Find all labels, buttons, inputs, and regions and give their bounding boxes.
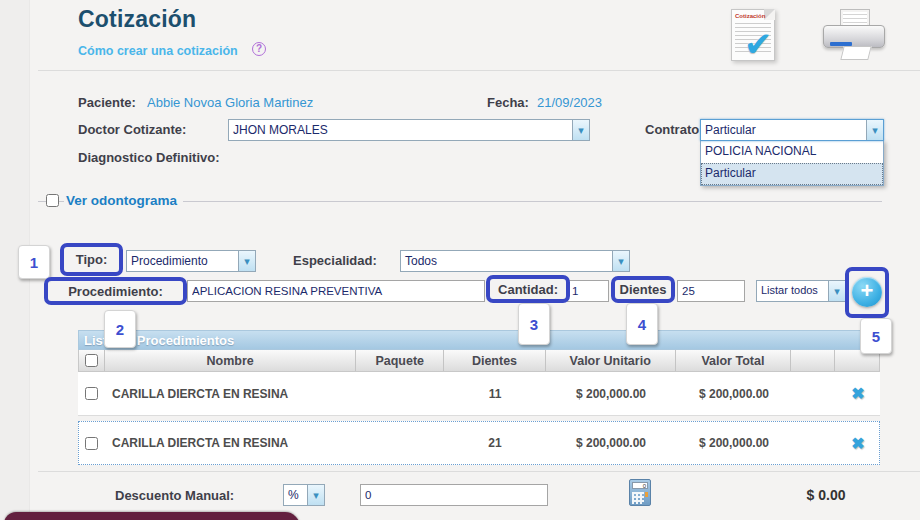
ver-odontograma-label: Ver odontograma bbox=[64, 193, 183, 210]
especialidad-select-value: Todos bbox=[401, 251, 612, 271]
table-header-row: Nombre Paquete Dientes Valor Unitario Va… bbox=[78, 350, 880, 372]
ver-odontograma-checkbox[interactable] bbox=[46, 194, 59, 207]
table-row: CARILLA DIERCTA EN RESINA 21 $ 200,000.0… bbox=[78, 421, 880, 465]
delete-row-icon[interactable]: ✖ bbox=[851, 384, 864, 403]
chevron-down-icon: ▾ bbox=[612, 251, 629, 271]
callout-1: 1 bbox=[18, 245, 50, 279]
footer-divider bbox=[38, 471, 920, 472]
contrato-dropdown-panel: POLICIA NACIONAL Particular bbox=[700, 140, 884, 186]
table-row: CARILLA DIERCTA EN RESINA 11 $ 200,000.0… bbox=[78, 372, 880, 415]
page-fold-corner bbox=[764, 9, 775, 20]
select-all-checkbox[interactable] bbox=[85, 354, 98, 367]
save-quote-button[interactable]: Cotización ✔ bbox=[724, 8, 782, 64]
row-valor-total: $ 200,000.00 bbox=[676, 421, 792, 465]
row-checkbox[interactable] bbox=[85, 387, 98, 400]
descuento-manual-label: Descuento Manual: bbox=[115, 488, 234, 503]
col-action-1 bbox=[791, 350, 835, 371]
row-nombre: CARILLA DIERCTA EN RESINA bbox=[104, 421, 356, 465]
help-icon[interactable]: ? bbox=[252, 42, 266, 56]
col-dientes: Dientes bbox=[444, 350, 546, 371]
chevron-down-icon: ▾ bbox=[866, 120, 883, 140]
listar-todos-value: Listar todos bbox=[757, 281, 828, 301]
procedures-table: Lista de Procedimientos Nombre Paquete D… bbox=[78, 330, 880, 465]
col-valor-total: Valor Total bbox=[676, 350, 792, 371]
dientes-input[interactable] bbox=[677, 280, 745, 302]
col-nombre: Nombre bbox=[105, 350, 356, 371]
fecha-value: 21/09/2023 bbox=[537, 95, 602, 110]
row-checkbox[interactable] bbox=[85, 437, 98, 450]
row-valor-unitario: $ 200,000.00 bbox=[546, 372, 676, 415]
row-dientes: 21 bbox=[444, 421, 546, 465]
calculator-screen: 0 bbox=[632, 482, 648, 489]
row-valor-total: $ 200,000.00 bbox=[676, 372, 792, 415]
dientes-label: Dientes bbox=[620, 282, 667, 297]
check-icon: ✔ bbox=[744, 24, 773, 64]
chevron-down-icon: ▾ bbox=[572, 120, 589, 140]
tipo-label: Tipo: bbox=[76, 252, 108, 267]
callout-5: 5 bbox=[860, 318, 892, 354]
col-paquete: Paquete bbox=[356, 350, 444, 371]
fecha-label: Fecha: bbox=[487, 95, 529, 110]
row-dientes: 11 bbox=[444, 372, 546, 415]
contrato-select-value: Particular bbox=[701, 120, 866, 140]
patient-name-link[interactable]: Abbie Novoa Gloria Martinez bbox=[147, 95, 313, 110]
row-paquete bbox=[356, 372, 444, 415]
callout-2: 2 bbox=[104, 310, 136, 348]
quote-document-icon: Cotización ✔ bbox=[731, 9, 775, 61]
diagnostico-label: Diagnostico Definitivo: bbox=[78, 150, 220, 165]
descuento-unit-value: % bbox=[284, 485, 307, 505]
listar-todos-select[interactable]: Listar todos ▾ bbox=[756, 280, 846, 302]
select-all-cell bbox=[79, 350, 105, 371]
cotizacion-page: Cotización Cómo crear una cotización ? C… bbox=[0, 0, 920, 520]
row-paquete bbox=[356, 421, 444, 465]
table-title: Lista de Procedimientos bbox=[78, 330, 880, 350]
quote-doc-label: Cotización bbox=[735, 13, 765, 19]
doctor-cotizante-label: Doctor Cotizante: bbox=[78, 122, 186, 137]
chevron-down-icon: ▾ bbox=[828, 281, 845, 301]
descuento-unit-select[interactable]: % ▾ bbox=[283, 484, 325, 506]
calculator-button[interactable]: 0 bbox=[629, 479, 651, 506]
bottom-maroon-overlay bbox=[4, 512, 300, 520]
calculator-keys bbox=[632, 492, 644, 504]
contrato-select[interactable]: Particular ▾ bbox=[700, 119, 884, 141]
contrato-option-policia-nacional[interactable]: POLICIA NACIONAL bbox=[701, 141, 883, 163]
descuento-amount-input[interactable] bbox=[360, 484, 548, 506]
calculator-orange-key bbox=[645, 492, 648, 497]
especialidad-label: Especialidad: bbox=[293, 253, 377, 268]
printer-paper-out bbox=[840, 46, 871, 60]
help-link[interactable]: Cómo crear una cotización bbox=[78, 44, 238, 58]
tipo-select-value: Procedimiento bbox=[127, 251, 238, 271]
total-amount: $ 0.00 bbox=[776, 487, 876, 503]
cantidad-label: Cantidad: bbox=[498, 282, 558, 297]
header-divider bbox=[38, 70, 920, 71]
callout-4: 4 bbox=[626, 303, 658, 345]
tipo-annotation-box: Tipo: bbox=[60, 243, 123, 276]
cantidad-input[interactable] bbox=[567, 280, 609, 302]
chevron-down-icon: ▾ bbox=[307, 485, 324, 505]
add-annotation-box bbox=[845, 267, 889, 318]
col-valor-unitario: Valor Unitario bbox=[546, 350, 676, 371]
procedimiento-annotation-box: Procedimiento: bbox=[44, 277, 187, 305]
especialidad-select[interactable]: Todos ▾ bbox=[400, 250, 630, 272]
chevron-down-icon: ▾ bbox=[238, 251, 255, 271]
print-button[interactable] bbox=[820, 8, 888, 62]
delete-row-icon[interactable]: ✖ bbox=[851, 434, 864, 453]
procedimiento-input[interactable] bbox=[187, 280, 485, 302]
contrato-label: Contrato: bbox=[645, 122, 704, 137]
cantidad-annotation-box: Cantidad: bbox=[486, 275, 570, 303]
dientes-annotation-box: Dientes bbox=[611, 276, 675, 303]
row-valor-unitario: $ 200,000.00 bbox=[546, 421, 676, 465]
callout-3: 3 bbox=[518, 303, 550, 345]
doctor-select-value: JHON MORALES bbox=[229, 120, 572, 140]
page-title: Cotización bbox=[78, 6, 196, 33]
paciente-label: Paciente: bbox=[78, 95, 136, 110]
doctor-select[interactable]: JHON MORALES ▾ bbox=[228, 119, 590, 141]
contrato-option-particular[interactable]: Particular bbox=[701, 163, 883, 185]
tipo-select[interactable]: Procedimiento ▾ bbox=[126, 250, 256, 272]
procedimiento-label: Procedimiento: bbox=[68, 284, 163, 299]
row-nombre: CARILLA DIERCTA EN RESINA bbox=[104, 372, 356, 415]
